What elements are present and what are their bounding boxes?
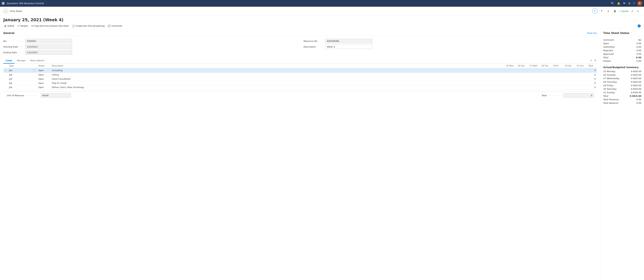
bell-icon[interactable]: 🔔 [617,2,620,5]
tab-manage[interactable]: Manage [14,58,28,64]
info-icon[interactable]: i [638,24,641,27]
help-icon[interactable]: ? [633,2,635,5]
create-lines-button[interactable]: 📋 Create lines from job planning [70,24,106,28]
row-wed[interactable] [528,81,540,85]
description-value[interactable]: Week 4 [325,44,372,49]
row-type[interactable]: Job [8,73,31,77]
row-sun[interactable] [575,73,587,77]
row-thu[interactable] [540,73,552,77]
resource-no-value[interactable]: KATHERINE [325,39,372,43]
section-title: General [3,32,14,35]
row-fri[interactable] [552,77,564,81]
row-sun[interactable] [575,77,587,81]
gear-icon[interactable]: ⚙ [628,2,630,5]
expand-button[interactable]: ⤢ [630,8,635,14]
table-row[interactable]: Job Open Initial Consultation 0 [3,77,597,81]
ending-date-value[interactable]: 1/31/2021 [25,50,72,55]
row-mon[interactable] [505,85,516,90]
three-dot-button[interactable]: ⋮ [32,69,36,72]
table-edit-icon[interactable]: ✎ [594,58,597,63]
row-sat[interactable] [564,73,575,77]
delete-button[interactable]: 🗑 [612,8,618,14]
row-dots[interactable] [31,85,37,90]
table-header-row: Type Status Description 25 Mon 26 Tue 27… [3,64,597,68]
row-description[interactable]: Consulting [50,68,505,73]
no-value[interactable]: TS00001 [25,39,72,43]
total-value[interactable]: 0 [564,93,594,98]
flag-icon[interactable]: ⚑ [623,2,626,5]
row-description[interactable]: Initial Consultation [50,77,505,81]
check-icon: ✓ [619,10,621,12]
row-dots[interactable] [31,81,37,85]
table-row[interactable]: Job Open Ceiling 0 [3,73,597,77]
summary-row: Total Absence 0.00 [603,101,641,105]
reopen-button[interactable]: ↺ Reopen [16,24,29,28]
row-thu[interactable] [540,68,552,73]
collapse-button[interactable]: ⤡ [635,8,641,14]
row-mon[interactable] [505,68,516,73]
row-fri[interactable] [552,68,564,73]
row-mon[interactable] [505,73,516,77]
row-fri[interactable] [552,85,564,90]
search-icon[interactable]: 🔍 [611,2,614,5]
table-row[interactable]: Job Open Deliver chairs, other furnishin… [3,85,597,90]
table-row[interactable]: → Job ⋮ Open Consulting 0 [3,68,597,73]
row-tue[interactable] [516,68,528,73]
row-sat[interactable] [564,81,575,85]
row-tue[interactable] [516,73,528,77]
row-thu[interactable] [540,81,552,85]
row-dots[interactable] [31,77,37,81]
row-wed[interactable] [528,77,540,81]
starting-date-label: Starting Date [3,45,25,48]
table-row[interactable]: Job Open Prep for install 0 [3,81,597,85]
row-wed[interactable] [528,85,540,90]
row-mon[interactable] [505,81,516,85]
row-dots[interactable]: ⋮ [31,68,37,73]
row-type[interactable]: Job [8,77,31,81]
summary-row-label: Total Absence [603,102,618,104]
tab-more-options[interactable]: More options [28,58,46,64]
row-wed[interactable] [528,73,540,77]
comments-button[interactable]: 💬 Comments [106,24,124,28]
row-wed[interactable] [528,68,540,73]
table-row-empty[interactable] [3,90,597,91]
row-tue[interactable] [516,85,528,90]
row-thu[interactable] [540,77,552,81]
row-fri[interactable] [552,73,564,77]
row-description[interactable]: Ceiling [50,73,505,77]
show-less-link[interactable]: Show less [587,32,597,34]
row-dots[interactable] [31,73,37,77]
submit-button[interactable]: ▶ Submit [3,24,16,28]
row-sun[interactable] [575,68,587,73]
row-fri[interactable] [552,81,564,85]
user-avatar[interactable]: F [637,1,642,6]
app-grid-icon[interactable] [2,2,5,5]
row-description[interactable]: Deliver chairs, other furnishings [50,85,505,90]
status-row-label: Approved [603,53,614,55]
row-sun[interactable] [575,81,587,85]
lines-tab-actions: ↗ ✎ [589,58,597,63]
row-sat[interactable] [564,85,575,90]
back-button[interactable]: ← [3,9,8,13]
starting-date-value[interactable]: 1/25/2021 [25,44,72,49]
row-description[interactable]: Prep for install [50,81,505,85]
row-tue[interactable] [516,81,528,85]
row-sat[interactable] [564,77,575,81]
row-sat[interactable] [564,68,575,73]
add-button[interactable]: + [606,8,611,14]
row-mon[interactable] [505,77,516,81]
edit-button[interactable]: ✎ [592,8,598,14]
share-button[interactable]: ↑ [599,8,604,14]
row-sun[interactable] [575,85,587,90]
row-type[interactable]: Job [8,68,31,73]
summary-row-value: 0.00/0.00 [630,95,641,97]
table-share-icon[interactable]: ↗ [589,58,593,63]
row-type[interactable]: Job [8,85,31,90]
row-arrow: → [3,68,8,73]
row-type[interactable]: Job [8,81,31,85]
unit-of-measure-value[interactable]: HOUR [41,93,71,98]
row-tue[interactable] [516,77,528,81]
copy-lines-button[interactable]: ⧉ Copy lines from previous time sheet [30,24,70,28]
row-thu[interactable] [540,85,552,90]
tab-lines[interactable]: Lines [3,58,14,64]
